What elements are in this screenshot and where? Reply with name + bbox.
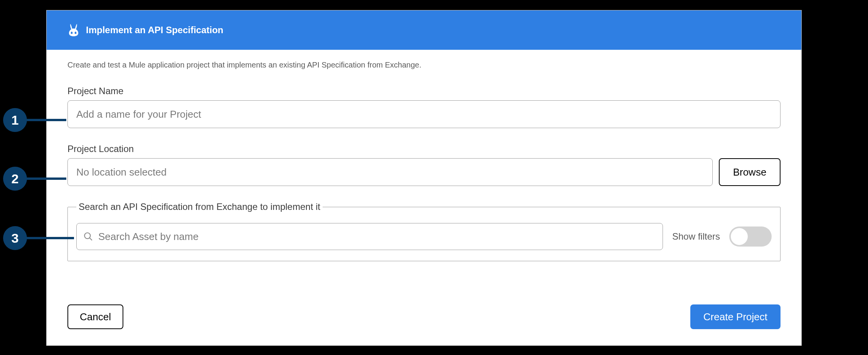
search-wrapper (76, 223, 663, 250)
search-asset-input[interactable] (76, 223, 663, 250)
callout-3-label: 3 (12, 231, 19, 246)
dialog-footer: Cancel Create Project (47, 304, 801, 345)
callout-line-3 (26, 237, 74, 239)
search-icon (83, 232, 93, 242)
project-location-label: Project Location (67, 144, 781, 154)
create-project-button[interactable]: Create Project (690, 304, 781, 329)
search-fieldset: Search an API Specification from Exchang… (67, 201, 781, 261)
implement-api-dialog: Implement an API Specification Create an… (46, 10, 802, 346)
mule-icon (67, 23, 80, 37)
dialog-body: Create and test a Mule application proje… (47, 50, 801, 304)
toggle-knob (731, 228, 748, 245)
callout-line-1 (26, 119, 66, 121)
project-name-input[interactable] (67, 100, 781, 128)
svg-point-1 (75, 32, 76, 33)
svg-line-3 (89, 238, 92, 240)
callout-line-2 (26, 178, 66, 180)
project-location-section: Project Location Browse (67, 144, 781, 186)
project-name-label: Project Name (67, 86, 781, 96)
dialog-description: Create and test a Mule application proje… (67, 61, 781, 69)
callout-1-label: 1 (12, 113, 19, 128)
callout-1: 1 (3, 108, 27, 132)
callout-2: 2 (3, 167, 27, 191)
callout-3: 3 (3, 226, 27, 250)
svg-point-2 (84, 233, 90, 238)
callout-2-label: 2 (12, 171, 19, 186)
browse-button[interactable]: Browse (719, 158, 781, 186)
project-name-section: Project Name (67, 86, 781, 128)
dialog-title: Implement an API Specification (86, 25, 224, 36)
svg-point-0 (71, 32, 72, 33)
project-location-input[interactable] (67, 158, 713, 186)
dialog-header: Implement an API Specification (47, 10, 801, 50)
cancel-button[interactable]: Cancel (67, 304, 123, 329)
search-legend: Search an API Specification from Exchang… (76, 201, 323, 212)
show-filters-label: Show filters (672, 231, 720, 242)
show-filters-toggle[interactable] (729, 227, 772, 247)
